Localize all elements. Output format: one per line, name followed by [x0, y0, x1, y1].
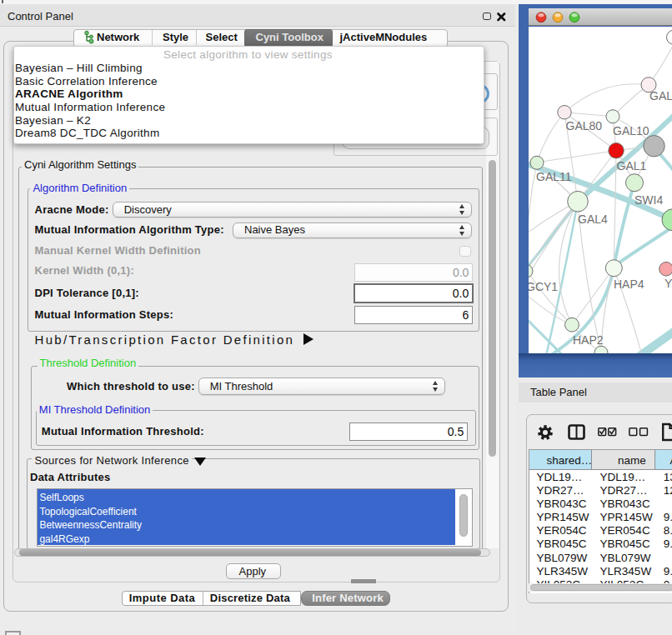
svg-text:GAL10: GAL10: [613, 124, 649, 138]
svg-text:GAL11: GAL11: [536, 169, 572, 182]
svg-text:GAL80: GAL80: [566, 118, 603, 132]
svg-text:GCY1: GCY1: [529, 279, 558, 292]
svg-text:GAL4: GAL4: [578, 212, 608, 225]
svg-text:HAP4: HAP4: [614, 278, 644, 291]
svg-text:GAL1: GAL1: [617, 159, 647, 172]
svg-text:GAL7: GAL7: [649, 88, 672, 102]
svg-text:YPL: YPL: [664, 277, 672, 290]
svg-text:HAP2: HAP2: [573, 332, 604, 346]
svg-text:SWI4: SWI4: [634, 192, 663, 206]
